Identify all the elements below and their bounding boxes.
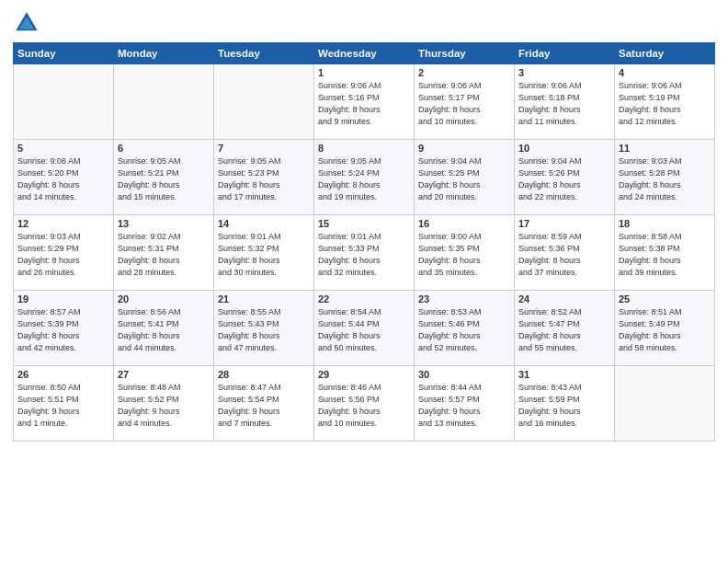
day-cell: 20Sunrise: 8:56 AM Sunset: 5:41 PM Dayli… <box>114 291 214 366</box>
day-number: 14 <box>218 218 310 229</box>
day-info: Sunrise: 9:04 AM Sunset: 5:25 PM Dayligh… <box>418 155 510 203</box>
col-header-wednesday: Wednesday <box>314 43 415 64</box>
day-cell: 22Sunrise: 8:54 AM Sunset: 5:44 PM Dayli… <box>314 291 415 366</box>
day-number: 22 <box>318 293 410 304</box>
col-header-sunday: Sunday <box>14 43 114 64</box>
day-info: Sunrise: 8:57 AM Sunset: 5:39 PM Dayligh… <box>17 306 109 354</box>
day-cell: 6Sunrise: 9:05 AM Sunset: 5:21 PM Daylig… <box>114 140 214 215</box>
day-number: 27 <box>118 369 210 380</box>
day-info: Sunrise: 8:43 AM Sunset: 5:59 PM Dayligh… <box>518 382 610 430</box>
day-number: 18 <box>619 218 711 229</box>
page-container: SundayMondayTuesdayWednesdayThursdayFrid… <box>0 0 728 563</box>
day-info: Sunrise: 9:06 AM Sunset: 5:20 PM Dayligh… <box>17 155 109 203</box>
week-row-1: 1Sunrise: 9:06 AM Sunset: 5:16 PM Daylig… <box>14 64 715 140</box>
day-cell: 25Sunrise: 8:51 AM Sunset: 5:49 PM Dayli… <box>615 291 715 366</box>
day-cell: 30Sunrise: 8:44 AM Sunset: 5:57 PM Dayli… <box>415 366 515 442</box>
col-header-monday: Monday <box>114 43 214 64</box>
day-cell: 4Sunrise: 9:06 AM Sunset: 5:19 PM Daylig… <box>615 64 715 140</box>
day-number: 15 <box>318 218 410 229</box>
day-cell: 12Sunrise: 9:03 AM Sunset: 5:29 PM Dayli… <box>14 215 114 291</box>
week-row-4: 19Sunrise: 8:57 AM Sunset: 5:39 PM Dayli… <box>14 291 715 366</box>
day-info: Sunrise: 9:01 AM Sunset: 5:32 PM Dayligh… <box>218 231 310 279</box>
week-row-5: 26Sunrise: 8:50 AM Sunset: 5:51 PM Dayli… <box>14 366 715 442</box>
day-number: 31 <box>518 369 610 380</box>
day-info: Sunrise: 8:58 AM Sunset: 5:38 PM Dayligh… <box>619 231 711 279</box>
day-info: Sunrise: 9:03 AM Sunset: 5:28 PM Dayligh… <box>619 155 711 203</box>
day-number: 28 <box>218 369 310 380</box>
day-number: 11 <box>619 143 711 154</box>
day-number: 30 <box>418 369 510 380</box>
day-number: 2 <box>418 67 510 78</box>
day-cell: 15Sunrise: 9:01 AM Sunset: 5:33 PM Dayli… <box>314 215 415 291</box>
day-info: Sunrise: 8:52 AM Sunset: 5:47 PM Dayligh… <box>518 306 610 354</box>
day-number: 10 <box>518 143 610 154</box>
day-info: Sunrise: 9:06 AM Sunset: 5:19 PM Dayligh… <box>619 80 711 128</box>
day-cell: 1Sunrise: 9:06 AM Sunset: 5:16 PM Daylig… <box>314 64 415 140</box>
day-cell <box>214 64 314 140</box>
day-cell: 8Sunrise: 9:05 AM Sunset: 5:24 PM Daylig… <box>314 140 415 215</box>
day-cell: 10Sunrise: 9:04 AM Sunset: 5:26 PM Dayli… <box>515 140 615 215</box>
day-cell: 19Sunrise: 8:57 AM Sunset: 5:39 PM Dayli… <box>14 291 114 366</box>
day-info: Sunrise: 9:05 AM Sunset: 5:24 PM Dayligh… <box>318 155 410 203</box>
day-cell: 27Sunrise: 8:48 AM Sunset: 5:52 PM Dayli… <box>114 366 214 442</box>
day-info: Sunrise: 9:05 AM Sunset: 5:23 PM Dayligh… <box>218 155 310 203</box>
col-header-tuesday: Tuesday <box>214 43 314 64</box>
day-info: Sunrise: 9:06 AM Sunset: 5:17 PM Dayligh… <box>418 80 510 128</box>
day-number: 9 <box>418 143 510 154</box>
day-cell: 21Sunrise: 8:55 AM Sunset: 5:43 PM Dayli… <box>214 291 314 366</box>
day-info: Sunrise: 9:02 AM Sunset: 5:31 PM Dayligh… <box>118 231 210 279</box>
day-info: Sunrise: 8:59 AM Sunset: 5:36 PM Dayligh… <box>518 231 610 279</box>
day-cell <box>114 64 214 140</box>
day-cell: 26Sunrise: 8:50 AM Sunset: 5:51 PM Dayli… <box>14 366 114 442</box>
logo <box>13 9 44 37</box>
day-number: 8 <box>318 143 410 154</box>
day-cell: 29Sunrise: 8:46 AM Sunset: 5:56 PM Dayli… <box>314 366 415 442</box>
day-number: 26 <box>17 369 109 380</box>
day-number: 12 <box>17 218 109 229</box>
day-number: 24 <box>518 293 610 304</box>
day-cell: 24Sunrise: 8:52 AM Sunset: 5:47 PM Dayli… <box>515 291 615 366</box>
day-cell: 28Sunrise: 8:47 AM Sunset: 5:54 PM Dayli… <box>214 366 314 442</box>
day-number: 7 <box>218 143 310 154</box>
day-info: Sunrise: 8:56 AM Sunset: 5:41 PM Dayligh… <box>118 306 210 354</box>
day-info: Sunrise: 8:44 AM Sunset: 5:57 PM Dayligh… <box>418 382 510 430</box>
col-header-friday: Friday <box>515 43 615 64</box>
header-row: SundayMondayTuesdayWednesdayThursdayFrid… <box>14 43 715 64</box>
day-info: Sunrise: 8:53 AM Sunset: 5:46 PM Dayligh… <box>418 306 510 354</box>
day-number: 4 <box>619 67 711 78</box>
col-header-saturday: Saturday <box>615 43 715 64</box>
day-number: 19 <box>17 293 109 304</box>
calendar-table: SundayMondayTuesdayWednesdayThursdayFrid… <box>13 42 715 442</box>
day-cell: 23Sunrise: 8:53 AM Sunset: 5:46 PM Dayli… <box>415 291 515 366</box>
day-info: Sunrise: 8:50 AM Sunset: 5:51 PM Dayligh… <box>17 382 109 430</box>
day-number: 23 <box>418 293 510 304</box>
day-number: 5 <box>17 143 109 154</box>
day-info: Sunrise: 8:51 AM Sunset: 5:49 PM Dayligh… <box>619 306 711 354</box>
day-cell: 9Sunrise: 9:04 AM Sunset: 5:25 PM Daylig… <box>415 140 515 215</box>
day-cell: 17Sunrise: 8:59 AM Sunset: 5:36 PM Dayli… <box>515 215 615 291</box>
day-number: 29 <box>318 369 410 380</box>
day-info: Sunrise: 8:55 AM Sunset: 5:43 PM Dayligh… <box>218 306 310 354</box>
day-info: Sunrise: 8:46 AM Sunset: 5:56 PM Dayligh… <box>318 382 410 430</box>
day-info: Sunrise: 9:06 AM Sunset: 5:18 PM Dayligh… <box>518 80 610 128</box>
day-number: 6 <box>118 143 210 154</box>
day-number: 1 <box>318 67 410 78</box>
day-cell: 18Sunrise: 8:58 AM Sunset: 5:38 PM Dayli… <box>615 215 715 291</box>
day-cell <box>14 64 114 140</box>
day-number: 16 <box>418 218 510 229</box>
day-number: 20 <box>118 293 210 304</box>
day-cell: 3Sunrise: 9:06 AM Sunset: 5:18 PM Daylig… <box>515 64 615 140</box>
day-cell: 2Sunrise: 9:06 AM Sunset: 5:17 PM Daylig… <box>415 64 515 140</box>
day-cell: 16Sunrise: 9:00 AM Sunset: 5:35 PM Dayli… <box>415 215 515 291</box>
day-info: Sunrise: 8:54 AM Sunset: 5:44 PM Dayligh… <box>318 306 410 354</box>
day-info: Sunrise: 9:05 AM Sunset: 5:21 PM Dayligh… <box>118 155 210 203</box>
day-info: Sunrise: 8:47 AM Sunset: 5:54 PM Dayligh… <box>218 382 310 430</box>
day-number: 13 <box>118 218 210 229</box>
day-cell: 14Sunrise: 9:01 AM Sunset: 5:32 PM Dayli… <box>214 215 314 291</box>
day-cell: 5Sunrise: 9:06 AM Sunset: 5:20 PM Daylig… <box>14 140 114 215</box>
day-number: 21 <box>218 293 310 304</box>
week-row-2: 5Sunrise: 9:06 AM Sunset: 5:20 PM Daylig… <box>14 140 715 215</box>
day-info: Sunrise: 8:48 AM Sunset: 5:52 PM Dayligh… <box>118 382 210 430</box>
day-number: 25 <box>619 293 711 304</box>
day-cell: 7Sunrise: 9:05 AM Sunset: 5:23 PM Daylig… <box>214 140 314 215</box>
